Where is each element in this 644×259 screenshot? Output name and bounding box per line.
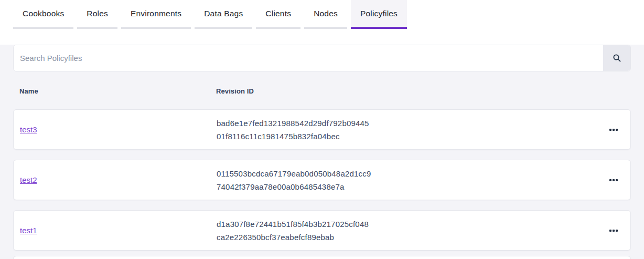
tab-clients[interactable]: Clients <box>256 0 300 29</box>
policyfile-link[interactable]: test1 <box>20 226 37 235</box>
policyfile-link[interactable]: test3 <box>20 125 37 134</box>
name-cell: test1 <box>20 226 217 235</box>
tab-environments[interactable]: Environments <box>121 0 191 29</box>
table-row-partial <box>13 256 631 259</box>
revision-id-line: bad6e1e7fed1321988542d29df792b09445 <box>217 117 603 130</box>
revision-id-line: 0115503bcdca67179eab0d050b48a2d1cc9 <box>217 167 603 180</box>
revision-id-line: 74042f379aa78e00a0b6485438e7a <box>217 180 603 193</box>
tab-data-bags[interactable]: Data Bags <box>195 0 252 29</box>
tab-nodes[interactable]: Nodes <box>304 0 347 29</box>
table-header: Name Revision ID <box>13 86 631 96</box>
name-cell: test2 <box>20 175 217 185</box>
search-button[interactable] <box>603 45 630 71</box>
revision-id-cell: d1a307f8e72441b51f85f4b3b217025cf048 ca2… <box>217 217 603 244</box>
tab-roles[interactable]: Roles <box>77 0 117 29</box>
policyfiles-panel: Name Revision ID test3 bad6e1e7fed132198… <box>0 45 644 259</box>
search-bar <box>13 45 631 71</box>
tab-bar: Cookbooks Roles Environments Data Bags C… <box>0 0 644 29</box>
revision-id-line: d1a307f8e72441b51f85f4b3b217025cf048 <box>217 217 603 231</box>
column-header-revision-id: Revision ID <box>216 87 610 95</box>
revision-id-cell: 0115503bcdca67179eab0d050b48a2d1cc9 7404… <box>217 167 603 193</box>
column-header-name: Name <box>19 87 216 95</box>
name-cell: test3 <box>20 125 217 134</box>
row-menu-button[interactable] <box>603 119 624 140</box>
ellipsis-icon <box>609 230 611 232</box>
revision-id-line: 01f8116c11c1981475b832fa04bec <box>217 130 603 143</box>
table-row: test1 d1a307f8e72441b51f85f4b3b217025cf0… <box>13 210 631 251</box>
table-row: test3 bad6e1e7fed1321988542d29df792b0944… <box>13 109 631 150</box>
table-row: test2 0115503bcdca67179eab0d050b48a2d1cc… <box>13 160 631 200</box>
revision-id-line: ca2e226350bcf37eabefcf89ebab <box>217 231 603 244</box>
row-menu-button[interactable] <box>603 170 624 191</box>
ellipsis-icon <box>609 129 611 131</box>
search-input[interactable] <box>14 45 603 71</box>
row-menu-button[interactable] <box>603 220 624 241</box>
revision-id-cell: bad6e1e7fed1321988542d29df792b09445 01f8… <box>217 117 603 143</box>
ellipsis-icon <box>609 179 611 181</box>
policyfile-link[interactable]: test2 <box>20 175 37 184</box>
search-icon <box>613 54 621 63</box>
tab-policyfiles[interactable]: Policyfiles <box>351 0 407 29</box>
tab-cookbooks[interactable]: Cookbooks <box>13 0 73 29</box>
